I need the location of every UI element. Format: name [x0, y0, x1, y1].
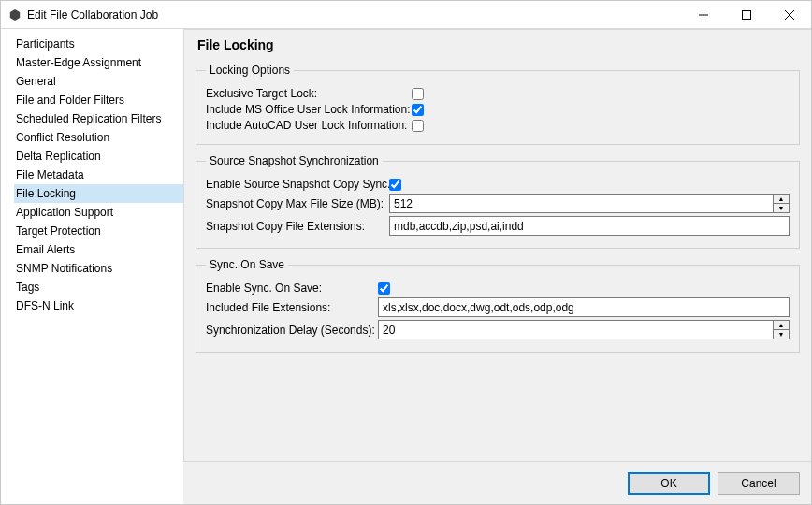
locking-options-legend: Locking Options	[206, 64, 294, 77]
sidebar-item-label: Scheduled Replication Filters	[16, 112, 161, 125]
sidebar-item-label: Conflict Resolution	[16, 131, 109, 144]
snapshot-ext-label: Snapshot Copy File Extensions:	[206, 220, 389, 233]
sidebar-item-label: File Metadata	[16, 168, 84, 181]
snapshot-ext-input[interactable]	[389, 216, 790, 236]
sidebar-item-label: General	[16, 75, 56, 88]
autocad-lock-checkbox[interactable]	[412, 120, 424, 132]
sidebar-item-label: DFS-N Link	[16, 299, 74, 312]
dialog-footer: OK Cancel	[183, 461, 811, 504]
sidebar-item-scheduled-replication-filters[interactable]: Scheduled Replication Filters	[14, 109, 183, 128]
content-panel: File Locking Locking Options Exclusive T…	[183, 29, 811, 461]
locking-options-group: Locking Options Exclusive Target Lock: I…	[196, 64, 800, 145]
sidebar-item-conflict-resolution[interactable]: Conflict Resolution	[14, 128, 183, 147]
sidebar-item-tags[interactable]: Tags	[14, 278, 183, 296]
maximize-button[interactable]	[725, 1, 768, 29]
ok-button[interactable]: OK	[628, 472, 710, 495]
sync-on-save-legend: Sync. On Save	[206, 258, 288, 271]
enable-sync-save-label: Enable Sync. On Save:	[206, 281, 378, 295]
sidebar-item-delta-replication[interactable]: Delta Replication	[14, 147, 183, 166]
body: ParticipantsMaster-Edge AssignmentGenera…	[1, 29, 811, 504]
spinner-up-icon[interactable]: ▲	[774, 195, 789, 204]
sync-delay-input[interactable]	[378, 320, 774, 339]
sidebar-item-file-locking[interactable]: File Locking	[14, 184, 183, 203]
included-ext-label: Included File Extensions:	[206, 301, 378, 314]
sidebar-item-email-alerts[interactable]: Email Alerts	[14, 240, 183, 259]
spinner-down-icon[interactable]: ▼	[774, 330, 789, 339]
sidebar-item-label: File Locking	[16, 187, 76, 200]
sidebar-item-label: Delta Replication	[16, 150, 101, 163]
sidebar-item-file-metadata[interactable]: File Metadata	[14, 166, 183, 184]
msoffice-lock-label: Include MS Office User Lock Information:	[206, 103, 412, 116]
sidebar-item-label: File and Folder Filters	[16, 94, 124, 107]
snapshot-maxsize-input[interactable]	[389, 194, 774, 213]
sidebar: ParticipantsMaster-Edge AssignmentGenera…	[1, 29, 183, 504]
sidebar-item-master-edge-assignment[interactable]: Master-Edge Assignment	[14, 53, 183, 72]
autocad-lock-label: Include AutoCAD User Lock Information:	[206, 119, 412, 132]
enable-sync-save-checkbox[interactable]	[378, 282, 390, 295]
exclusive-target-lock-checkbox[interactable]	[412, 88, 424, 100]
sync-on-save-group: Sync. On Save Enable Sync. On Save: Incl…	[196, 258, 800, 353]
sidebar-item-label: SNMP Notifications	[16, 262, 112, 275]
svg-rect-2	[743, 10, 751, 19]
window-title: Edit File Collaboration Job	[27, 8, 682, 22]
minimize-button[interactable]	[682, 1, 725, 29]
msoffice-lock-checkbox[interactable]	[412, 104, 424, 116]
spinner-down-icon[interactable]: ▼	[774, 204, 789, 212]
snapshot-maxsize-label: Snapshot Copy Max File Size (MB):	[206, 197, 389, 210]
included-ext-input[interactable]	[378, 297, 790, 317]
app-icon	[8, 8, 22, 22]
close-button[interactable]	[768, 1, 811, 29]
snapshot-maxsize-spinner[interactable]: ▲▼	[774, 194, 790, 213]
sidebar-item-label: Master-Edge Assignment	[16, 56, 141, 69]
enable-snapshot-checkbox[interactable]	[389, 179, 401, 191]
sidebar-item-label: Participants	[16, 37, 75, 50]
cancel-button[interactable]: Cancel	[718, 472, 800, 495]
sidebar-item-general[interactable]: General	[14, 72, 183, 91]
sidebar-item-label: Tags	[16, 281, 39, 294]
snapshot-sync-legend: Source Snapshot Synchronization	[206, 154, 383, 167]
sidebar-item-target-protection[interactable]: Target Protection	[14, 222, 183, 240]
sidebar-item-file-and-folder-filters[interactable]: File and Folder Filters	[14, 91, 183, 109]
sync-delay-spinner[interactable]: ▲▼	[774, 320, 790, 339]
sidebar-item-application-support[interactable]: Application Support	[14, 203, 183, 222]
sidebar-item-label: Application Support	[16, 206, 113, 219]
content-wrap: File Locking Locking Options Exclusive T…	[183, 29, 811, 504]
sync-delay-label: Synchronization Delay (Seconds):	[206, 324, 378, 337]
sidebar-item-participants[interactable]: Participants	[14, 35, 183, 53]
titlebar: Edit File Collaboration Job	[1, 1, 811, 29]
spinner-up-icon[interactable]: ▲	[774, 321, 789, 330]
svg-marker-0	[10, 9, 20, 21]
sidebar-item-dfs-n-link[interactable]: DFS-N Link	[14, 296, 183, 315]
sidebar-item-snmp-notifications[interactable]: SNMP Notifications	[14, 259, 183, 278]
sidebar-item-label: Email Alerts	[16, 243, 75, 256]
dialog-window: Edit File Collaboration Job Participants…	[0, 0, 812, 505]
snapshot-sync-group: Source Snapshot Synchronization Enable S…	[196, 154, 800, 249]
page-title: File Locking	[196, 36, 800, 60]
window-controls	[682, 1, 811, 29]
enable-snapshot-label: Enable Source Snapshot Copy Sync.:	[206, 178, 389, 191]
sidebar-item-label: Target Protection	[16, 224, 101, 238]
exclusive-target-lock-label: Exclusive Target Lock:	[206, 87, 412, 100]
